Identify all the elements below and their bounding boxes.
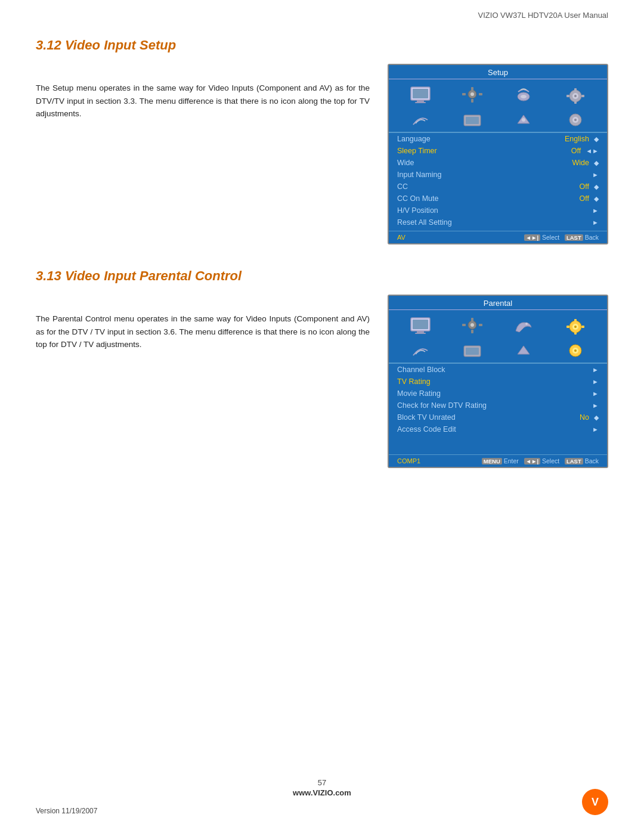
parental-icon-gear xyxy=(561,315,590,339)
svg-rect-9 xyxy=(479,93,482,95)
setup-screen-footer: AV ◄►| Select LAST Back xyxy=(389,231,607,243)
footer-website: www.VIZIO.com xyxy=(293,788,351,797)
menu-item-check-dtv: Check for New DTV Rating ► xyxy=(389,400,607,411)
svg-point-38 xyxy=(574,326,577,328)
parental-icon2-3 xyxy=(513,342,534,359)
setup-tv-screen: Setup xyxy=(388,64,608,244)
menu-item-tv-rating: TV Rating ► xyxy=(389,376,607,388)
menu-item-wide: Wide Wide ◆ xyxy=(389,157,607,169)
cc-label: CC xyxy=(397,182,580,191)
svg-rect-15 xyxy=(574,88,577,91)
svg-rect-42 xyxy=(581,326,584,328)
menu-item-block-unrated: Block TV Unrated No ◆ xyxy=(389,411,607,423)
check-dtv-arrow: ► xyxy=(592,402,599,409)
svg-rect-28 xyxy=(413,320,428,329)
vizio-logo: V xyxy=(582,789,608,815)
section-313-row: The Parental Control menu operates in th… xyxy=(36,295,608,468)
section-313-text: The Parental Control menu operates in th… xyxy=(36,295,370,468)
setup-icon-settings xyxy=(458,84,487,108)
sleep-label: Sleep Timer xyxy=(397,147,571,155)
wide-label: Wide xyxy=(397,159,572,167)
menu-item-hv-position: H/V Position ► xyxy=(389,205,607,216)
menu-item-cc-on-mute: CC On Mute Off ◆ xyxy=(389,193,607,205)
hv-position-arrow: ► xyxy=(592,207,599,214)
check-dtv-label: Check for New DTV Rating xyxy=(397,401,587,410)
parental-menu: Channel Block ► TV Rating ► Movie Rating xyxy=(389,364,607,452)
svg-rect-31 xyxy=(471,318,473,321)
section-312-row: The Setup menu operates in the same way … xyxy=(36,64,608,244)
access-code-label: Access Code Edit xyxy=(397,425,587,433)
block-unrated-label: Block TV Unrated xyxy=(397,413,580,422)
access-code-arrow: ► xyxy=(592,426,599,433)
input-naming-label: Input Naming xyxy=(397,171,587,179)
menu-item-sleep: Sleep Timer Off ◄► xyxy=(389,145,607,157)
tv-rating-arrow: ► xyxy=(592,378,599,385)
parental-icon2-2 xyxy=(462,342,483,359)
svg-point-30 xyxy=(470,323,474,327)
menu-item-access-code: Access Code Edit ► xyxy=(389,423,607,435)
select-key2: ◄►| xyxy=(524,458,540,465)
reset-arrow: ► xyxy=(592,219,599,226)
manual-title: VIZIO VW37L HDTV20A User Manual xyxy=(478,11,608,20)
wide-value: Wide xyxy=(572,159,589,167)
movie-rating-label: Movie Rating xyxy=(397,389,587,398)
parental-screen-footer: COMP1 MENU Enter ◄►| Select LAST Back xyxy=(389,454,607,467)
sleep-arrow: ◄► xyxy=(586,147,599,154)
svg-point-47 xyxy=(574,349,577,352)
svg-rect-26 xyxy=(417,331,424,333)
setup-icon-gear xyxy=(561,84,590,108)
menu-item-reset: Reset All Setting ► xyxy=(389,216,607,228)
svg-rect-2 xyxy=(415,102,426,103)
footer-page-number: 57 xyxy=(293,778,351,787)
section-313-title: 3.13 Video Input Parental Control xyxy=(36,268,608,284)
page-header: VIZIO VW37L HDTV20A User Manual xyxy=(0,0,644,20)
parental-icon-bird xyxy=(509,315,538,339)
svg-rect-1 xyxy=(417,100,424,102)
block-unrated-arrow: ◆ xyxy=(594,414,599,422)
svg-rect-7 xyxy=(471,99,473,103)
cc-on-mute-label: CC On Mute xyxy=(397,194,580,203)
section-312-text: The Setup menu operates in the same way … xyxy=(36,64,370,244)
section-313-screen: Parental xyxy=(388,295,608,468)
svg-rect-6 xyxy=(471,87,473,91)
svg-rect-41 xyxy=(566,326,569,328)
svg-point-11 xyxy=(521,95,527,98)
movie-rating-arrow: ► xyxy=(592,390,599,397)
channel-block-label: Channel Block xyxy=(397,366,587,374)
input-naming-arrow: ► xyxy=(592,171,599,178)
hv-position-label: H/V Position xyxy=(397,206,587,215)
parental-tv-screen: Parental xyxy=(388,295,608,468)
cc-value: Off xyxy=(580,182,589,191)
page-footer: Version 11/19/2007 57 www.VIZIO.com V xyxy=(0,789,644,815)
menu-key: MENU xyxy=(482,458,502,465)
last-key2: LAST xyxy=(565,458,583,465)
menu-item-language: Language English ◆ xyxy=(389,133,607,145)
footer-version: Version 11/19/2007 xyxy=(36,807,97,815)
parental-icons-row1 xyxy=(389,310,607,341)
wide-arrow: ◆ xyxy=(594,159,599,167)
sleep-value: Off xyxy=(571,147,581,155)
parental-icon2-4 xyxy=(565,342,586,359)
setup-source: AV xyxy=(397,234,405,241)
select-key: ◄►| xyxy=(524,234,540,241)
svg-rect-32 xyxy=(471,330,473,333)
svg-point-35 xyxy=(525,323,528,325)
svg-rect-18 xyxy=(581,95,584,97)
language-value: English xyxy=(565,135,589,143)
parental-icon-monitor xyxy=(406,315,435,339)
channel-block-arrow: ► xyxy=(592,366,599,373)
cc-on-mute-value: Off xyxy=(580,194,589,203)
parental-screen-title: Parental xyxy=(389,296,607,310)
svg-rect-39 xyxy=(574,319,577,322)
svg-rect-34 xyxy=(479,324,482,326)
setup-icon2-4 xyxy=(565,112,586,128)
svg-point-24 xyxy=(574,119,577,121)
menu-item-input-naming: Input Naming ► xyxy=(389,169,607,181)
parental-icons-row2 xyxy=(389,341,607,364)
cc-arrow: ◆ xyxy=(594,183,599,191)
svg-rect-27 xyxy=(415,333,426,334)
setup-icons-row1 xyxy=(389,79,607,110)
setup-icon-signal xyxy=(509,84,538,108)
setup-icon-monitor xyxy=(406,84,435,108)
language-label: Language xyxy=(397,135,565,143)
